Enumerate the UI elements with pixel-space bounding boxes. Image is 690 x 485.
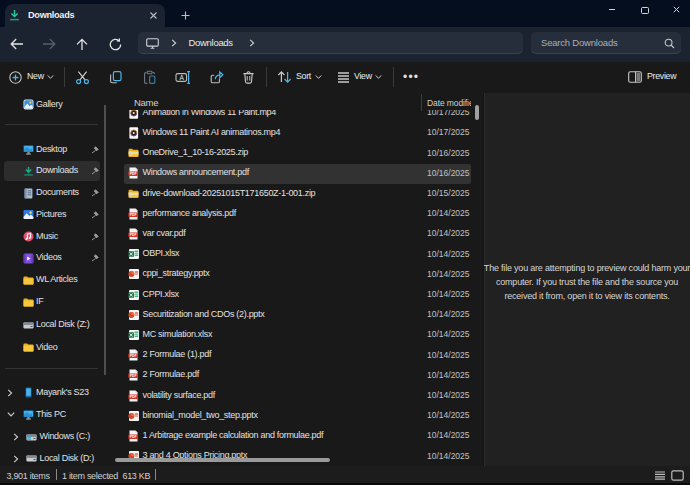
svg-text:PDF: PDF bbox=[130, 233, 137, 237]
svg-text:PDF: PDF bbox=[130, 354, 137, 358]
svg-text:PDF: PDF bbox=[130, 213, 137, 217]
svg-text:PDF: PDF bbox=[130, 374, 137, 378]
svg-text:PDF: PDF bbox=[130, 435, 137, 439]
svg-text:A: A bbox=[179, 74, 184, 81]
svg-text:PDF: PDF bbox=[130, 395, 137, 399]
svg-text:PDF: PDF bbox=[130, 172, 137, 176]
